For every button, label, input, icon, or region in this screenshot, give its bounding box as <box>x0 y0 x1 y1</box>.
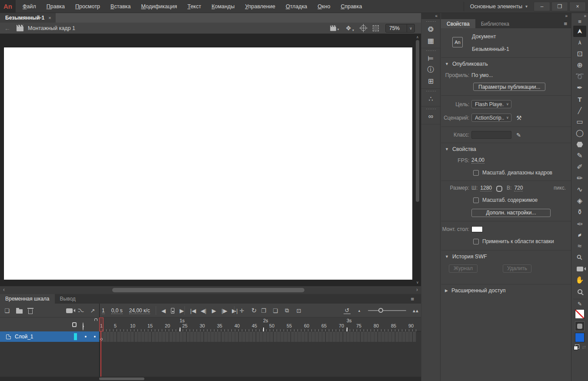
camera-tool[interactable] <box>573 263 586 274</box>
timeline-zoom-out-icon[interactable]: ▴ <box>356 308 363 313</box>
stage[interactable] <box>3 47 412 280</box>
expand-panels-icon[interactable]: » <box>441 13 571 19</box>
swf-clear-button[interactable]: Удалить <box>503 264 531 273</box>
playhead-marker[interactable] <box>99 318 104 331</box>
new-layer-button[interactable]: ❏ <box>3 307 10 314</box>
class-input[interactable] <box>471 131 511 139</box>
swap-colors-icon[interactable]: ⇄ <box>582 344 586 350</box>
panel-menu-icon[interactable]: ≡ <box>564 20 567 27</box>
selection-tool[interactable]: ➤ <box>573 26 586 37</box>
timeline-scrollbar-thumb[interactable] <box>99 378 144 380</box>
timeline-zoom-in-icon[interactable]: ▲▲ <box>411 308 418 313</box>
pencil-tool[interactable]: ✎ <box>573 150 586 161</box>
fps-value[interactable]: 24,00 <box>471 157 484 164</box>
back-arrow-icon[interactable]: ← <box>4 25 10 32</box>
align-icon[interactable]: ⊨ <box>421 53 440 64</box>
rectangle-tool[interactable]: ▭ <box>573 116 586 127</box>
menu-item[interactable]: Команды <box>206 0 240 13</box>
zoom-level-select[interactable]: 75% ∨ <box>385 24 415 33</box>
prev-frame-button[interactable]: ◀| <box>200 307 207 314</box>
free-transform-tool[interactable]: ⊡ <box>573 48 586 60</box>
layer-visibility-dot[interactable] <box>85 336 87 338</box>
onion-skin-outlines-button[interactable]: ❏ <box>272 307 279 314</box>
subselection-tool[interactable]: ➢ <box>573 37 586 48</box>
section-publish[interactable]: ▼ Опубликовать <box>441 58 571 70</box>
edit-symbol-button[interactable]: ❖▾ <box>346 24 354 32</box>
panel-menu-icon[interactable]: ≡ <box>571 19 588 26</box>
color-icon[interactable]: ❂ <box>421 23 440 35</box>
minimize-button[interactable]: – <box>534 2 550 11</box>
wrench-icon[interactable]: ⚒ <box>516 114 522 121</box>
vertical-scrollbar[interactable]: ∧ ∨ <box>415 35 420 285</box>
center-playhead-button[interactable]: ✛ <box>238 307 245 314</box>
section-accessibility[interactable]: ▶ Расширенный доступ <box>441 284 571 296</box>
horizontal-scrollbar-thumb[interactable] <box>112 288 304 292</box>
eyedropper-tool[interactable]: ✑ <box>573 218 586 229</box>
go-first-frame-button[interactable]: |◀ <box>190 307 197 314</box>
tab-properties[interactable]: Свойства <box>441 19 475 28</box>
layer-lock-dot[interactable] <box>94 336 96 338</box>
rotation-tool[interactable]: ⊕ <box>573 60 586 71</box>
edit-pencil-icon[interactable]: ✎ <box>516 132 521 138</box>
go-last-frame-button[interactable]: ▶| <box>231 307 238 314</box>
current-frame-value[interactable]: 1 <box>102 307 105 314</box>
publish-settings-button[interactable]: Параметры публикации... <box>473 83 545 91</box>
menu-item[interactable]: Файл <box>17 0 41 13</box>
scroll-up-icon[interactable]: ∧ <box>415 35 420 40</box>
scroll-left-icon[interactable]: ‹ <box>1 286 7 294</box>
reset-timeline-zoom-button[interactable]: ↺ <box>344 307 351 314</box>
target-select[interactable]: Flash Playe... ∨ <box>471 100 511 108</box>
layer-parenting-button[interactable]: ⌥ <box>77 307 84 314</box>
menu-item[interactable]: Модификация <box>136 0 182 13</box>
advanced-settings-button[interactable]: Дополн. настройки... <box>471 209 551 217</box>
menu-item[interactable]: Просмотр <box>70 0 105 13</box>
line-tool[interactable]: ╱ <box>573 105 586 116</box>
oval-tool[interactable]: ◯ <box>573 127 586 139</box>
menu-item[interactable]: Текст <box>182 0 206 13</box>
timeline-zoom-slider[interactable] <box>368 310 406 311</box>
graph-editor-button[interactable]: ↗ <box>89 307 96 314</box>
vertical-scrollbar-thumb[interactable] <box>416 40 419 202</box>
stage-color-swatch[interactable] <box>471 226 483 232</box>
close-button[interactable]: × <box>569 2 586 11</box>
ink-bottle-tool[interactable]: ⚱ <box>573 207 586 218</box>
lasso-tool[interactable]: ➰ <box>573 71 586 82</box>
fill-color-swatch[interactable] <box>575 333 585 342</box>
clip-content-button[interactable] <box>373 25 379 31</box>
loop-button[interactable]: ↻ <box>251 307 257 314</box>
edit-multiple-frames-button[interactable]: ⧉ <box>284 307 291 314</box>
panel-menu-icon[interactable]: ≡ <box>411 296 414 302</box>
width-tool[interactable]: ≈ <box>573 241 586 252</box>
zoom-tool[interactable] <box>573 286 586 297</box>
scroll-down-icon[interactable]: ∨ <box>415 280 420 285</box>
classic-brush-tool[interactable]: ✏ <box>573 173 586 184</box>
collapse-panels-icon[interactable]: « <box>421 13 440 19</box>
fill-indicator-icon[interactable] <box>575 321 585 331</box>
timeline-scrollbar[interactable] <box>0 377 421 381</box>
horizontal-scrollbar[interactable]: ‹ › <box>0 286 421 294</box>
menu-item[interactable]: Справка <box>335 0 367 13</box>
frame-rate-value[interactable]: 24,00 к/с <box>129 307 150 314</box>
eraser-tool[interactable]: ▰ <box>573 229 586 241</box>
apply-paste-checkbox[interactable] <box>473 239 479 244</box>
polystar-tool[interactable]: ⬡ <box>573 139 586 150</box>
center-stage-button[interactable] <box>361 25 366 31</box>
section-swf-history[interactable]: ▼ История SWF <box>441 251 571 262</box>
hand-tool[interactable]: ✋ <box>573 274 586 286</box>
app-logo[interactable]: An <box>0 0 16 13</box>
layer-outline-color-swatch[interactable] <box>74 333 77 340</box>
timeline-tab[interactable]: Вывод <box>55 294 81 304</box>
slider-knob[interactable] <box>378 308 383 313</box>
cc-libraries-icon[interactable]: ∞ <box>421 111 440 122</box>
paint-bucket-tool[interactable]: ◈ <box>573 195 586 207</box>
next-frame-button[interactable]: |▶ <box>221 307 228 314</box>
menu-item[interactable]: Отладка <box>281 0 312 13</box>
link-broken-icon[interactable] <box>496 185 503 190</box>
eye-icon[interactable] <box>83 322 84 331</box>
swf-log-button[interactable]: Журнал <box>449 264 478 273</box>
modify-markers-button[interactable]: ⊡ <box>295 307 302 314</box>
onion-skin-button[interactable]: ❐ <box>260 307 267 314</box>
bone-tool[interactable]: ∿ <box>573 184 586 195</box>
timeline-tab[interactable]: Временная шкала <box>0 294 55 304</box>
section-properties[interactable]: ▼ Свойства <box>441 143 571 155</box>
